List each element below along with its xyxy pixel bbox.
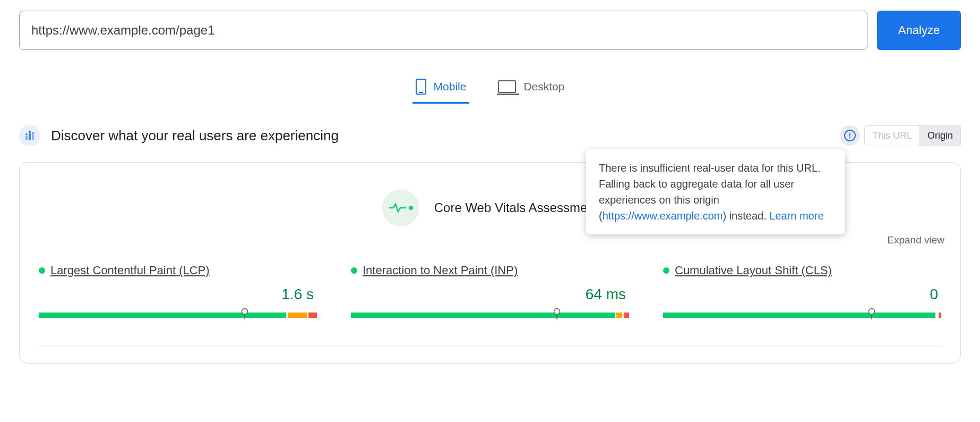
svg-point-3 xyxy=(25,133,28,136)
metric-inp-header: Interaction to Next Paint (INP) xyxy=(351,264,629,277)
inp-marker-icon xyxy=(553,308,561,319)
mobile-icon xyxy=(416,79,426,95)
inp-good-segment xyxy=(351,313,615,318)
status-good-dot-icon xyxy=(351,267,357,274)
metric-inp-value: 64 ms xyxy=(351,286,629,303)
metric-inp-bar xyxy=(351,313,629,318)
metric-inp-name[interactable]: Interaction to Next Paint (INP) xyxy=(363,264,518,277)
metric-lcp-header: Largest Contentful Paint (LCP) xyxy=(39,264,317,277)
svg-rect-1 xyxy=(29,133,31,140)
cls-good-segment xyxy=(663,313,935,318)
status-good-dot-icon xyxy=(663,267,669,274)
search-row: Analyze xyxy=(19,11,961,50)
lcp-marker-icon xyxy=(241,308,248,319)
svg-rect-0 xyxy=(25,136,28,140)
tab-mobile[interactable]: Mobile xyxy=(412,71,470,104)
device-tabs: Mobile Desktop xyxy=(19,71,961,104)
toggle-origin-button[interactable]: Origin xyxy=(920,126,960,146)
vitals-pass-icon xyxy=(382,189,419,226)
toggle-group: This URL Origin xyxy=(864,125,961,146)
status-good-dot-icon xyxy=(39,267,45,274)
expand-view-button[interactable]: Expand view xyxy=(887,234,944,246)
vitals-title: Core Web Vitals Assessment xyxy=(434,200,598,215)
lcp-ok-segment xyxy=(288,313,307,318)
metric-cls-bar xyxy=(663,313,941,318)
discover-title: Discover what your real users are experi… xyxy=(51,128,339,144)
insufficient-data-tooltip: There is insufficient real-user data for… xyxy=(586,149,845,234)
tooltip-learn-more-link[interactable]: Learn more xyxy=(769,210,823,222)
url-input[interactable] xyxy=(19,11,867,50)
tab-mobile-label: Mobile xyxy=(434,80,467,93)
svg-rect-2 xyxy=(32,135,34,140)
svg-point-12 xyxy=(869,309,875,315)
lcp-poor-segment xyxy=(308,313,317,318)
inp-ok-segment xyxy=(616,313,622,318)
metric-inp: Interaction to Next Paint (INP) 64 ms xyxy=(351,264,629,318)
cls-poor-segment xyxy=(939,313,941,318)
cls-marker-icon xyxy=(868,308,875,319)
svg-point-5 xyxy=(32,132,34,134)
toggle-this-url-button[interactable]: This URL xyxy=(865,126,920,146)
metric-lcp: Largest Contentful Paint (LCP) 1.6 s xyxy=(39,264,317,318)
metric-cls: Cumulative Layout Shift (CLS) 0 xyxy=(663,264,941,318)
svg-point-7 xyxy=(409,206,413,210)
svg-point-8 xyxy=(242,309,247,315)
users-chart-icon xyxy=(19,125,40,146)
tooltip-origin-link[interactable]: https://www.example.com xyxy=(603,210,723,222)
metric-lcp-bar xyxy=(39,313,317,318)
metric-lcp-name[interactable]: Largest Contentful Paint (LCP) xyxy=(50,264,210,277)
tab-desktop-label: Desktop xyxy=(523,80,564,93)
discover-row: Discover what your real users are experi… xyxy=(19,125,961,146)
lcp-good-segment xyxy=(39,313,286,318)
metrics-grid: Largest Contentful Paint (LCP) 1.6 s xyxy=(36,264,944,318)
analyze-button[interactable]: Analyze xyxy=(877,11,961,50)
url-origin-toggle-group: ! This URL Origin xyxy=(840,125,961,146)
discover-left: Discover what your real users are experi… xyxy=(19,125,339,146)
tooltip-text-suffix: ) instead. xyxy=(723,210,769,222)
svg-point-10 xyxy=(554,309,560,315)
metric-cls-name[interactable]: Cumulative Layout Shift (CLS) xyxy=(675,264,832,277)
info-icon[interactable]: ! xyxy=(840,125,860,146)
metric-lcp-value: 1.6 s xyxy=(39,286,317,303)
tab-desktop[interactable]: Desktop xyxy=(495,71,568,104)
metric-cls-value: 0 xyxy=(663,286,941,303)
metric-cls-header: Cumulative Layout Shift (CLS) xyxy=(663,264,941,277)
desktop-icon xyxy=(498,80,516,93)
svg-point-4 xyxy=(29,131,31,133)
divider xyxy=(36,347,944,347)
inp-poor-segment xyxy=(624,313,629,318)
